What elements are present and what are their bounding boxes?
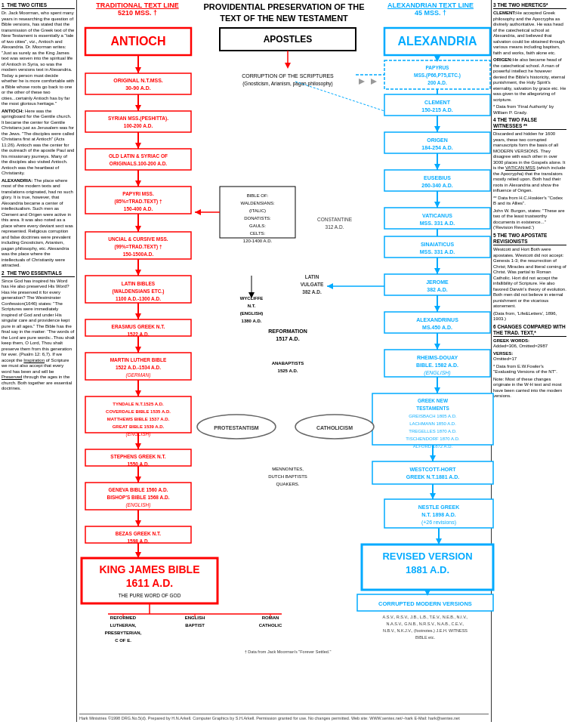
- section1-num: 1: [2, 2, 5, 8]
- trad-mss: 5210 MSS. †: [81, 9, 194, 17]
- svg-text:(85%=TRAD.TEXT) †: (85%=TRAD.TEXT) †: [114, 199, 162, 205]
- svg-text:(ENGLISH): (ENGLISH): [424, 370, 450, 376]
- svg-text:NESTLE GREEK: NESTLE GREEK: [418, 504, 459, 510]
- svg-text:N.B.V., N.K.J.V., (footnotes.): N.B.V., N.K.J.V., (footnotes.) J.E.H. WI…: [383, 628, 468, 633]
- svg-marker-18: [359, 79, 365, 85]
- svg-text:150-1500A.D.: 150-1500A.D.: [123, 251, 154, 257]
- svg-text:(ENGLISH): (ENGLISH): [240, 311, 264, 316]
- website: Web site: WWW.sentex.net/~hark: [351, 716, 413, 720]
- svg-text:MS.450 A.D.: MS.450 A.D.: [422, 325, 452, 330]
- svg-text:DUTCH BAPTISTS: DUTCH BAPTISTS: [268, 474, 307, 479]
- section6-header: 6 CHANGES COMPARED WITH THE TRAD. TEXT,*: [493, 324, 566, 337]
- svg-text:PRESBYTERIAN,: PRESBYTERIAN,: [105, 631, 142, 635]
- alex-label: ALEXANDRIA:: [2, 178, 32, 183]
- source-note1: * Data from 'Final Authority' by William…: [493, 104, 566, 116]
- svg-text:1598 A.D.: 1598 A.D.: [127, 538, 149, 544]
- svg-text:PROTESTANTISM: PROTESTANTISM: [214, 425, 259, 430]
- svg-text:150-215 A.D.: 150-215 A.D.: [421, 107, 452, 113]
- svg-text:BIBLE OF:: BIBLE OF:: [247, 193, 269, 198]
- svg-text:1881 A.D.: 1881 A.D.: [406, 564, 449, 575]
- section2-text: Since God has inspired his Word has He a…: [2, 279, 75, 392]
- svg-text:PAPYRI MSS.: PAPYRI MSS.: [122, 191, 154, 196]
- copyright: Hark Ministries ©1998 DRG.No.5(d).: [79, 716, 147, 720]
- svg-text:KING JAMES BIBLE: KING JAMES BIBLE: [99, 563, 199, 575]
- section5-title: THE TWO APOSTATE REVISIONISTS: [493, 233, 547, 244]
- svg-text:A.S.V., R.S.V., J.B., L.B., T.: A.S.V., R.S.V., J.B., L.B., T.E.V., N.E.…: [383, 615, 468, 619]
- page-canvas: 1 THE TWO CITIES Dr. Jack Moorman, who s…: [0, 0, 568, 722]
- svg-text:120-1400 A.D.: 120-1400 A.D.: [243, 239, 273, 243]
- svg-text:1611 A.D.: 1611 A.D.: [126, 577, 174, 589]
- svg-marker-87: [327, 283, 333, 289]
- svg-text:SINAIATICUS: SINAIATICUS: [421, 242, 455, 247]
- source-note4: * Data from E.W.Fowler's "Evaluating Ver…: [493, 364, 566, 375]
- svg-text:(99%=TRAD.TEXT) †: (99%=TRAD.TEXT) †: [114, 244, 162, 250]
- svg-text:CATHOLIC: CATHOLIC: [259, 623, 282, 628]
- svg-rect-25: [85, 111, 191, 132]
- section5-text: Westcott and Hort Both were apostates. W…: [493, 247, 566, 310]
- alex-line-header: ALEXANDRIAN TEXT LINE 45 MSS. †: [374, 2, 487, 17]
- svg-marker-19: [371, 79, 377, 85]
- svg-text:COVERDALE BIBLE 1535 A.D.: COVERDALE BIBLE 1535 A.D.: [106, 409, 171, 414]
- svg-text:1522 A.D.-1534 A.D.: 1522 A.D.-1534 A.D.: [116, 365, 161, 370]
- svg-text:MSS. 331 A.D.: MSS. 331 A.D.: [420, 221, 455, 226]
- svg-text:1550 A.D.: 1550 A.D.: [127, 461, 149, 467]
- greek-words-text: Added=306, Omitted=2987: [493, 344, 548, 348]
- origen-text: He also became head of the catechetical …: [493, 57, 566, 102]
- section1-header: 1 THE TWO CITIES: [2, 2, 75, 9]
- svg-text:CORRUPTED MODERN VERSIONS: CORRUPTED MODERN VERSIONS: [378, 600, 472, 607]
- alexandria-text: ALEXANDRIA: [398, 35, 477, 48]
- svg-text:ALEXANDRINUS: ALEXANDRINUS: [416, 317, 458, 322]
- main-title: PROVIDENTIAL PRESERVATION OF THE TEXT OF…: [194, 2, 374, 25]
- svg-text:BIBLE. 1582 A.D.: BIBLE. 1582 A.D.: [416, 362, 458, 368]
- trad-line-header: TRADITIONAL TEXT LINE 5210 MSS. †: [81, 2, 194, 17]
- svg-text:MARTIN LUTHER BIBLE: MARTIN LUTHER BIBLE: [110, 357, 167, 362]
- svg-text:BISHOP'S BIBLE 1568 A.D.: BISHOP'S BIBLE 1568 A.D.: [107, 495, 170, 500]
- email: E-Mail: hark@sentex.net: [414, 716, 459, 720]
- svg-text:THE PURE WORD OF GOD: THE PURE WORD OF GOD: [119, 593, 181, 598]
- svg-text:1380 A.D.: 1380 A.D.: [242, 319, 262, 323]
- source-note2: ** Data from H.C.Hoskier's "Codex B and …: [493, 196, 566, 207]
- section2-title: THE TWO ESSENTIALS: [7, 270, 62, 276]
- apostles-text: APOSTLES: [264, 34, 313, 45]
- svg-text:DONATISTS:: DONATISTS:: [244, 216, 271, 221]
- svg-text:CATHOLICISM: CATHOLICISM: [316, 425, 353, 430]
- svg-text:REFORMATION: REFORMATION: [268, 329, 307, 334]
- svg-text:BIBLE etc.: BIBLE etc.: [415, 635, 435, 640]
- trad-line-label: TRADITIONAL TEXT LINE: [81, 2, 194, 9]
- svg-text:1100 A.D.-1300 A.D.: 1100 A.D.-1300 A.D.: [116, 296, 161, 301]
- svg-rect-152: [372, 461, 493, 484]
- alex-text: The place where most of the modern texts…: [2, 178, 73, 268]
- svg-text:N.T.: N.T.: [248, 304, 256, 308]
- svg-text:382 A.D.: 382 A.D.: [302, 289, 322, 295]
- section2-num: 2: [2, 270, 5, 276]
- svg-text:(Gnosticism, Arianism, pagan p: (Gnosticism, Arianism, pagan philosophy): [242, 81, 333, 87]
- section3-title: THE TWO HERETICS*: [497, 2, 548, 8]
- svg-text:WALDENSIANS:: WALDENSIANS:: [240, 201, 274, 205]
- antioch-label: ANTIOCH:: [2, 109, 23, 113]
- svg-text:(WALDENSIANS ETC.): (WALDENSIANS ETC.): [113, 288, 165, 295]
- svg-text:(GERMAN): (GERMAN): [126, 372, 151, 378]
- svg-text:(+26 revisions): (+26 revisions): [421, 520, 456, 526]
- svg-text:1517 A.D.: 1517 A.D.: [276, 336, 299, 341]
- svg-text:260-340 A.D.: 260-340 A.D.: [421, 183, 452, 188]
- svg-text:BAPTIST: BAPTIST: [185, 623, 205, 628]
- svg-text:BEZAS GREEK N.T.: BEZAS GREEK N.T.: [116, 531, 162, 536]
- antioch-text: ANTIOCH: [111, 35, 166, 48]
- svg-text:ANABAPTISTS: ANABAPTISTS: [272, 361, 304, 366]
- svg-text:GAULS:: GAULS:: [249, 224, 266, 228]
- section1-text: Dr. Jack Moorman, who spent many years i…: [2, 11, 75, 107]
- svg-marker-6: [285, 63, 291, 69]
- page-title: PROVIDENTIAL PRESERVATION OF THE TEXT OF…: [194, 2, 374, 25]
- svg-text:WESTCOTT-HORT: WESTCOTT-HORT: [409, 467, 456, 472]
- svg-text:(ENGLISH): (ENGLISH): [126, 502, 151, 508]
- svg-text:TYNDALE N.T.1525 A.D.: TYNDALE N.T.1525 A.D.: [113, 402, 164, 406]
- svg-text:SYRIAN MSS.(PESHITTA).: SYRIAN MSS.(PESHITTA).: [108, 116, 168, 122]
- center-area: TRADITIONAL TEXT LINE 5210 MSS. † PROVID…: [78, 0, 490, 722]
- svg-text:184-254 A.D.: 184-254 A.D.: [421, 145, 452, 150]
- svg-text:PAPYRUS: PAPYRUS: [426, 65, 450, 70]
- svg-text:CORRUPTION OF THE SCRIPTURES: CORRUPTION OF THE SCRIPTURES: [242, 73, 334, 79]
- final-note: Note: Most of these changes originate in…: [493, 377, 566, 399]
- svg-text:MSS.(P66,P75,ETC.): MSS.(P66,P75,ETC.): [414, 72, 461, 79]
- source-note3: (Data from, 'Life&Letters', 1896, 1903.): [493, 311, 566, 322]
- svg-text:GENEVA BIBLE 1560 A.D.: GENEVA BIBLE 1560 A.D.: [109, 487, 168, 492]
